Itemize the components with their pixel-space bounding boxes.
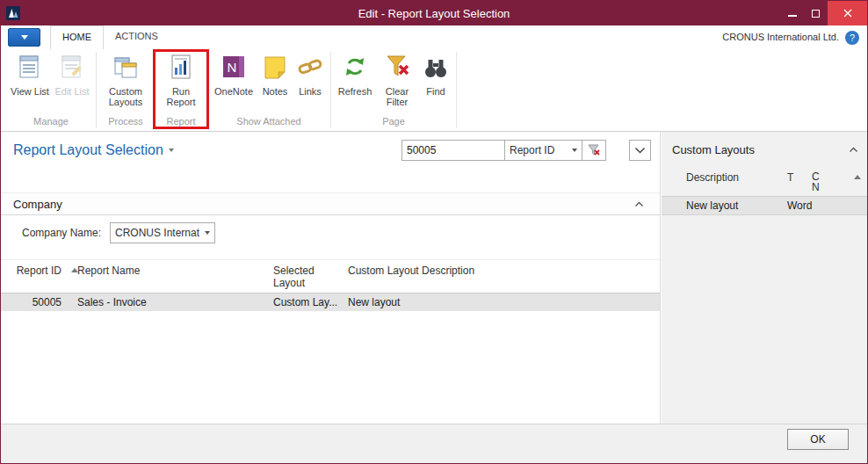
minimize-button[interactable]	[780, 1, 804, 25]
collapse-section-icon[interactable]	[634, 201, 644, 207]
onenote-button[interactable]: N OneNote	[210, 49, 257, 97]
filter-field-dropdown[interactable]: Report ID	[504, 141, 582, 160]
company-name-field-label: Company Name:	[22, 227, 110, 239]
ribbon-tab-row: HOME ACTIONS CRONUS International Ltd. ?	[1, 25, 867, 49]
combobox-dropdown-button[interactable]	[199, 223, 214, 243]
factbox-cell-description: New layout	[686, 197, 787, 214]
ribbon-group-show-attached: N OneNote Notes	[207, 49, 330, 131]
factbox-row[interactable]: New layout Word	[662, 197, 867, 215]
group-label-process: Process	[97, 116, 155, 131]
app-window: Edit - Report Layout Selection HOME ACTI…	[0, 0, 868, 464]
cell-custom-layout-description: New layout	[339, 294, 660, 311]
company-name-field-row: Company Name: CRONUS Internat...	[22, 222, 215, 243]
clear-filter-small-icon	[587, 143, 601, 157]
cell-report-name: Sales - Invoice	[67, 294, 264, 311]
report-selection-grid: Report ID Report Name Selected Layout Cu…	[1, 259, 660, 311]
company-section-header[interactable]: Company	[1, 192, 660, 215]
factbox-cell-company	[812, 197, 829, 214]
filter-box: Report ID	[401, 140, 606, 161]
collapse-factbox-icon[interactable]	[849, 147, 858, 153]
group-label-manage: Manage	[6, 116, 96, 131]
factbox-column-description[interactable]: Description	[686, 171, 787, 184]
button-label: Edit List	[54, 86, 89, 97]
edit-list-button: Edit List	[51, 49, 93, 97]
help-icon[interactable]: ?	[845, 31, 859, 45]
edit-list-icon	[58, 53, 86, 83]
button-label: Notes	[263, 86, 288, 97]
column-header-selected-layout[interactable]: Selected Layout	[264, 265, 339, 289]
group-separator	[456, 52, 457, 128]
tab-home[interactable]: HOME	[50, 25, 104, 49]
view-list-icon	[16, 53, 44, 83]
ok-button[interactable]: OK	[787, 429, 849, 450]
chevron-down-icon	[634, 147, 646, 155]
clear-filter-small-button[interactable]	[582, 141, 605, 160]
ribbon-group-report: Run Report Report	[156, 49, 206, 131]
sort-ascending-icon	[71, 268, 78, 272]
button-label: Clear Filter	[376, 86, 418, 107]
run-report-button[interactable]: Run Report	[158, 49, 204, 107]
column-header-report-name[interactable]: Report Name	[67, 265, 264, 277]
factbox-header-row: Description T C N	[662, 168, 867, 197]
clear-filter-button[interactable]: Clear Filter	[376, 49, 418, 107]
button-label: View List	[11, 86, 49, 97]
find-button[interactable]: Find	[418, 49, 453, 97]
column-header-report-id[interactable]: Report ID	[1, 265, 67, 277]
chevron-down-icon	[21, 35, 28, 40]
expand-filter-pane-button[interactable]	[629, 140, 651, 161]
notes-icon	[261, 53, 289, 83]
cell-selected-layout: Custom Lay...	[264, 294, 339, 311]
chevron-down-icon	[205, 231, 210, 235]
button-label: OneNote	[214, 86, 253, 97]
ribbon-group-manage: View List Edit List Manage	[6, 49, 96, 131]
custom-layouts-icon	[112, 53, 140, 83]
find-icon	[422, 53, 450, 83]
company-name-value: CRONUS Internat...	[111, 227, 199, 239]
maximize-icon	[812, 10, 820, 18]
links-button[interactable]: Links	[293, 49, 328, 97]
button-label: Find	[426, 86, 445, 97]
run-report-icon	[167, 53, 195, 83]
factbox-cell-type: Word	[787, 197, 812, 214]
view-list-button[interactable]: View List	[9, 49, 51, 97]
maximize-button[interactable]	[804, 1, 828, 25]
factbox-title: Custom Layouts	[672, 143, 755, 156]
notes-button[interactable]: Notes	[257, 49, 293, 97]
window-title: Edit - Report Layout Selection	[1, 7, 867, 20]
refresh-icon	[341, 53, 369, 83]
company-name-combobox[interactable]: CRONUS Internat...	[110, 222, 215, 243]
minimize-icon	[788, 15, 797, 17]
custom-layouts-button[interactable]: Custom Layouts	[99, 49, 152, 107]
ribbon-group-process: Custom Layouts Process	[97, 49, 155, 131]
button-label: Refresh	[338, 86, 373, 97]
grid-header-row: Report ID Report Name Selected Layout Cu…	[1, 259, 660, 294]
group-label-show-attached: Show Attached	[207, 116, 330, 131]
factbox-column-type[interactable]: T	[787, 171, 812, 184]
button-label: Links	[299, 86, 322, 97]
ribbon-group-page: Refresh Clear Filter	[331, 49, 456, 131]
filter-value-input[interactable]	[402, 141, 504, 160]
factbox-custom-layouts: Custom Layouts Description T C N New lay…	[662, 132, 867, 424]
tab-actions[interactable]: ACTIONS	[104, 25, 170, 49]
close-icon	[843, 9, 852, 18]
factbox-column-company[interactable]: C N	[812, 171, 829, 192]
company-label: CRONUS International Ltd.	[722, 32, 839, 42]
sort-ascending-icon	[854, 175, 861, 179]
refresh-button[interactable]: Refresh	[334, 49, 376, 97]
button-label: Run Report	[158, 86, 204, 107]
page-title[interactable]: Report Layout Selection	[13, 142, 174, 158]
app-icon	[6, 6, 20, 20]
cell-report-id: 50005	[1, 294, 67, 311]
ribbon: View List Edit List Manage	[1, 49, 867, 132]
grid-row[interactable]: 50005 Sales - Invoice Custom Lay... New …	[1, 294, 660, 311]
page-content: Report Layout Selection Report ID Compan	[1, 132, 661, 424]
filter-field-label: Report ID	[510, 144, 554, 156]
svg-text:N: N	[228, 60, 237, 75]
clear-filter-icon	[383, 53, 411, 83]
bottom-bar: OK	[1, 424, 867, 463]
group-label-report: Report	[156, 116, 206, 131]
application-menu-button[interactable]	[8, 28, 40, 47]
close-button[interactable]	[828, 1, 867, 25]
column-header-custom-layout-description[interactable]: Custom Layout Description	[339, 265, 660, 277]
chevron-down-icon	[572, 149, 577, 152]
